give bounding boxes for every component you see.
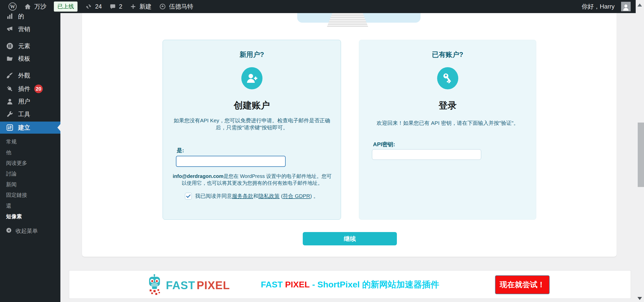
submenu-item-reading[interactable]: 阅读更多 [0, 158, 60, 168]
terms-link[interactable]: 服务条款 [232, 193, 253, 199]
sidebar-item-label: 外觀 [18, 71, 30, 80]
promo-pixel: PIXEL [285, 280, 310, 289]
api-key-field[interactable] [372, 149, 481, 160]
elementor-icon [6, 42, 14, 50]
submenu-item-writing[interactable]: 他 [0, 147, 60, 158]
existing-account-card: 已有账户? 登录 欢迎回来！如果您已有 API 密钥，请在下面输入并按"验证"。… [359, 40, 536, 220]
brush-icon [6, 72, 14, 79]
page: W 万沙 已上线 24 2 新建 [0, 0, 644, 302]
submenu-label: 短像素 [6, 213, 22, 220]
gdpr-link[interactable]: 符合 GDPR [283, 193, 310, 199]
wrench-icon [6, 110, 14, 118]
theme-menu[interactable]: 伍德马特 [159, 3, 193, 11]
plugin-updates-badge: 20 [34, 85, 43, 93]
key-icon [437, 67, 458, 89]
collapse-menu-label: 收起菜单 [16, 227, 38, 235]
email-field[interactable] [176, 156, 286, 167]
comments-menu[interactable]: 2 [109, 3, 122, 10]
account-menu[interactable]: 你好，Harry [582, 2, 631, 11]
submenu-label: 他 [6, 149, 11, 156]
sidebar-item-label: 元素 [18, 42, 30, 50]
updates-count: 24 [95, 3, 102, 10]
existing-account-title: 已有账户? [359, 50, 536, 59]
admin-sidebar: 的 营销 元素 模板 外觀 插件 20 用户 工具 [0, 0, 60, 302]
continue-button[interactable]: 继续 [303, 232, 397, 245]
sidebar-item-label: 用户 [18, 97, 30, 105]
api-key-label: API密钥: [373, 141, 395, 148]
updates-menu[interactable]: 24 [85, 3, 102, 10]
collapse-menu-button[interactable]: 收起菜单 [0, 225, 60, 237]
login-heading: 登录 [359, 99, 536, 112]
submenu-item-discussion[interactable]: 討論 [0, 168, 60, 179]
chart-bars-icon [6, 13, 14, 20]
promo-rest: - ShortPixel 的新网站加速器插件 [310, 279, 439, 290]
sidebar-item-plugins[interactable]: 插件 20 [0, 83, 60, 95]
collapse-arrow-icon [6, 227, 12, 235]
scroll-up-arrow[interactable] [637, 4, 642, 7]
sidebar-item-templates[interactable]: 模板 [0, 53, 60, 64]
sidebar-item-marketing[interactable]: 营销 [0, 23, 60, 35]
submenu-label: 討論 [6, 170, 17, 177]
scrollbar[interactable] [636, 0, 644, 302]
plugin-icon [6, 85, 14, 93]
home-icon [24, 3, 31, 10]
submenu-item-media[interactable]: 新闻 [0, 179, 60, 190]
agree-prefix: 我已阅读并同意 [195, 193, 232, 199]
plus-icon [130, 3, 136, 10]
privacy-link[interactable]: 隐私政策 [258, 193, 280, 199]
submenu-label: 固定鏈接 [6, 192, 27, 199]
new-label: 新建 [139, 3, 151, 11]
submenu-item-general[interactable]: 常规 [0, 136, 60, 147]
site-name: 万沙 [34, 3, 46, 11]
sliders-icon [6, 124, 14, 131]
agree-row: 我已阅读并同意服务条款和隐私政策 (符合 GDPR) 。 [163, 193, 341, 200]
agree-paren-close: ) 。 [310, 193, 319, 199]
submenu-item-shortpixel[interactable]: 短像素 [0, 211, 60, 222]
admin-bar: W 万沙 已上线 24 2 新建 [0, 0, 636, 13]
wordpress-logo-icon: W [9, 3, 17, 11]
sidebar-item-appearance[interactable]: 外觀 [0, 70, 60, 81]
new-user-title: 新用户? [163, 50, 341, 59]
agree-and: 和 [253, 193, 258, 199]
site-status-badge[interactable]: 已上线 [54, 2, 78, 12]
agree-checkbox[interactable] [185, 193, 192, 200]
wordpress-menu[interactable]: W [9, 3, 17, 11]
email-help-address: info@derdragon.com [173, 173, 223, 179]
submenu-label: 還 [6, 202, 11, 209]
update-icon [85, 3, 92, 10]
agree-text: 我已阅读并同意服务条款和隐私政策 (符合 GDPR) 。 [195, 193, 319, 200]
new-user-card: 新用户? 创建账户 如果您没有API Key，您可以免费进行申请。检查电子邮件是… [163, 40, 341, 220]
scroll-down-arrow[interactable] [637, 297, 642, 300]
sidebar-item-label: 的 [18, 12, 24, 20]
site-name-menu[interactable]: 万沙 [24, 3, 46, 11]
sidebar-item-label: 营销 [18, 25, 30, 33]
new-content-menu[interactable]: 新建 [130, 3, 151, 11]
scrollbar-thumb[interactable] [638, 123, 644, 187]
sidebar-item-elementor[interactable]: 元素 [0, 40, 60, 52]
email-label: 是: [177, 147, 184, 154]
submenu-label: 常规 [6, 138, 17, 145]
theme-update-icon [159, 3, 166, 10]
login-description: 欢迎回来！如果您已有 API 密钥，请在下面输入并按"验证"。 [365, 120, 530, 127]
theme-name: 伍德马特 [169, 3, 193, 11]
submenu-label: 阅读更多 [6, 160, 27, 167]
greeting: 你好，Harry [582, 3, 615, 11]
comments-count: 2 [119, 3, 122, 10]
agree-paren-open: ( [280, 193, 283, 199]
promo-fast: FAST [261, 280, 285, 289]
fastpixel-banner[interactable]: FASTPIXEL FAST PIXEL - ShortPixel 的新网站加速… [69, 270, 631, 299]
sidebar-item-tools[interactable]: 工具 [0, 108, 60, 120]
submenu-label: 新闻 [6, 181, 17, 188]
sidebar-item-label: 工具 [18, 110, 30, 118]
monitor-stand-illustration [327, 13, 368, 27]
sidebar-item-users[interactable]: 用户 [0, 96, 60, 107]
create-account-description: 如果您没有API Key，您可以免费进行申请。检查电子邮件是否正确后，只需按"请… [169, 117, 335, 131]
sidebar-item-settings[interactable]: 建立 [0, 122, 60, 134]
submenu-item-privacy[interactable]: 還 [0, 201, 60, 211]
add-user-icon [241, 67, 262, 89]
sidebar-item-label: 插件 [18, 85, 30, 93]
shortpixel-setup-panel: 新用户? 创建账户 如果您没有API Key，您可以免费进行申请。检查电子邮件是… [82, 13, 617, 257]
folder-icon [6, 55, 14, 62]
try-now-button[interactable]: 现在就尝试！ [495, 275, 550, 294]
submenu-item-permalinks[interactable]: 固定鏈接 [0, 190, 60, 200]
